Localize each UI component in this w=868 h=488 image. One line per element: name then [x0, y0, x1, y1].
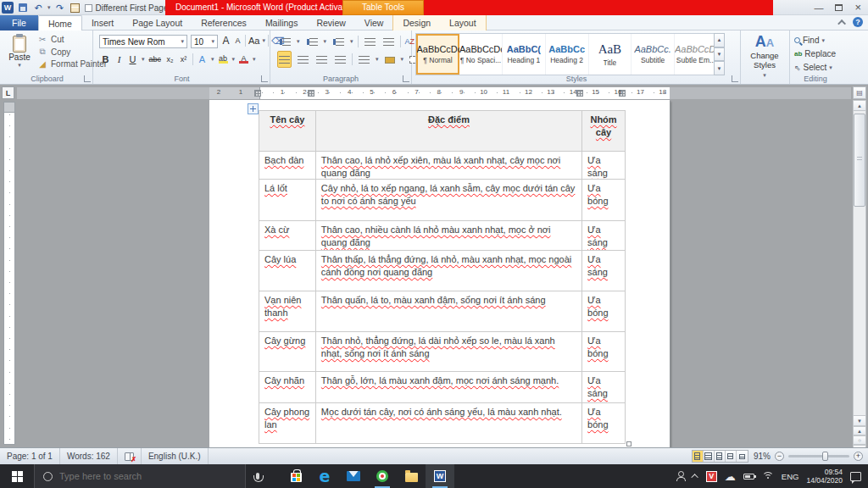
scroll-down-arrow[interactable]: ▼ — [853, 415, 866, 426]
table-cell[interactable]: Ưa sáng — [582, 251, 626, 291]
word-taskbar-button[interactable]: W — [426, 464, 454, 488]
table-header-cell[interactable]: Nhóm cây — [582, 111, 626, 152]
table-header-cell[interactable]: Đặc điểm — [316, 111, 582, 152]
app-taskbar-button[interactable] — [368, 464, 397, 488]
grow-font-button[interactable]: A — [221, 35, 231, 47]
subscript-button[interactable]: x₂ — [165, 55, 175, 64]
proofing-errors-indicator[interactable] — [118, 448, 142, 464]
style-subtle-emphasis[interactable]: AaBbCcDcSubtle Em... — [675, 34, 718, 75]
numbering-button[interactable] — [304, 33, 320, 50]
table-cell[interactable]: Thân thấp, lá thẳng đứng, lá nhỏ, màu xa… — [316, 251, 582, 291]
v-app-tray-icon[interactable]: V — [706, 471, 717, 482]
save-button[interactable] — [17, 2, 29, 14]
table-cell[interactable]: Ưa sáng — [582, 221, 626, 251]
align-center-button[interactable] — [296, 51, 310, 68]
paste-dropdown-arrow[interactable]: ▾ — [18, 62, 21, 69]
font-size-combobox[interactable]: 10▾ — [191, 35, 218, 48]
decrease-indent-button[interactable] — [363, 33, 377, 50]
table-header-cell[interactable]: Tên cây — [259, 111, 316, 152]
wifi-icon[interactable] — [762, 472, 774, 480]
document-page[interactable]: Tên cây Đặc điểm Nhóm cây Bạch đàn Thân … — [209, 100, 670, 447]
onedrive-cloud-icon[interactable]: ☁ — [725, 471, 736, 482]
text-effects-button[interactable]: A — [198, 54, 207, 64]
replace-button[interactable]: abReplace — [794, 49, 836, 58]
battery-icon[interactable] — [743, 474, 754, 480]
table-cell[interactable]: Ưa bóng — [582, 403, 626, 444]
close-button[interactable]: × — [854, 1, 861, 14]
table-move-handle[interactable] — [248, 103, 259, 114]
styles-more-button[interactable]: ▼ — [714, 61, 725, 75]
language-indicator-tray[interactable]: ENG — [782, 472, 799, 481]
zoom-slider-thumb[interactable] — [822, 452, 828, 461]
table-cell[interactable]: Thân gỗ, lớn, lá màu xanh đậm, mọc nơi á… — [316, 372, 582, 403]
increase-indent-button[interactable] — [381, 33, 396, 50]
paste-button[interactable]: Paste ▾ — [5, 34, 34, 73]
table-cell[interactable]: Cây phong lan — [259, 403, 316, 444]
table-cell[interactable]: Cây nhãn — [259, 372, 316, 403]
table-cell[interactable]: Cây nhỏ, lá to xếp ngang, lá xanh sẫm, c… — [316, 180, 582, 221]
styles-dialog-launcher[interactable] — [732, 75, 738, 82]
table-cell[interactable]: Mọc dưới tán cây, nơi có ánh sáng yếu, l… — [316, 403, 582, 444]
redo-button[interactable]: ↷ — [54, 2, 66, 14]
ruler-toggle-button[interactable]: ▤ — [853, 86, 866, 99]
table-cell[interactable]: Bạch đàn — [259, 152, 316, 180]
vertical-ruler[interactable] — [3, 102, 15, 445]
minimize-button[interactable]: — — [814, 3, 823, 13]
store-taskbar-button[interactable] — [281, 464, 310, 488]
multilevel-list-button[interactable] — [331, 33, 346, 50]
document-table[interactable]: Tên cây Đặc điểm Nhóm cây Bạch đàn Thân … — [259, 110, 626, 444]
shrink-font-button[interactable]: A — [233, 36, 242, 45]
table-cell[interactable]: Lá lốt — [259, 180, 316, 221]
table-cell[interactable]: Xà cừ — [259, 221, 316, 251]
table-cell[interactable]: Thân cao, nhiều cành lá nhỏ màu xanh nhạ… — [316, 221, 582, 251]
start-button[interactable] — [0, 464, 34, 488]
tab-page-layout[interactable]: Page Layout — [123, 15, 192, 30]
edge-taskbar-button[interactable]: e — [310, 464, 339, 488]
styles-scroll-up-button[interactable]: ▲ — [714, 33, 725, 47]
font-name-combobox[interactable]: Times New Rom▾ — [99, 35, 187, 48]
different-first-page-checkbox[interactable] — [85, 4, 92, 12]
style-normal[interactable]: AaBbCcDc¶ Normal — [416, 34, 459, 75]
line-spacing-button[interactable] — [357, 51, 371, 68]
microphone-button[interactable] — [246, 464, 270, 488]
taskbar-clock[interactable]: 09:54 14/04/2020 — [806, 468, 843, 485]
language-indicator[interactable]: English (U.K.) — [142, 448, 209, 464]
style-subtitle[interactable]: AaBbCc.Subtitle — [632, 34, 675, 75]
tab-design[interactable]: Design — [393, 15, 440, 30]
zoom-slider-track[interactable] — [788, 455, 849, 458]
tab-layout[interactable]: Layout — [440, 15, 486, 30]
zoom-in-button[interactable]: + — [854, 452, 863, 461]
tab-stop-selector[interactable]: L — [2, 86, 14, 99]
style-title[interactable]: AaBTitle — [589, 34, 632, 75]
tab-references[interactable]: References — [192, 15, 256, 30]
undo-dropdown-arrow[interactable]: ▾ — [47, 4, 51, 11]
scroll-up-arrow[interactable]: ▲ — [853, 100, 866, 111]
change-case-button[interactable]: Aa — [248, 36, 259, 46]
help-icon[interactable]: ? — [853, 17, 863, 27]
style-heading-1[interactable]: AaBbC(Heading 1 — [503, 34, 546, 75]
align-left-button[interactable] — [277, 51, 292, 68]
tab-mailings[interactable]: Mailings — [256, 15, 308, 30]
table-cell[interactable]: Cây lúa — [259, 251, 316, 291]
draw-table-button[interactable] — [70, 2, 81, 14]
select-button[interactable]: ⇖Select▾ — [794, 63, 832, 72]
tab-insert[interactable]: Insert — [82, 15, 123, 30]
shading-button[interactable] — [383, 51, 397, 68]
strikethrough-button[interactable]: abc — [149, 55, 162, 64]
underline-dropdown-arrow[interactable]: ▾ — [142, 56, 145, 63]
table-cell[interactable]: Ưa sáng — [582, 372, 626, 403]
bullets-button[interactable] — [277, 33, 292, 50]
font-dialog-launcher[interactable] — [261, 75, 268, 82]
align-right-button[interactable] — [314, 51, 329, 68]
table-cell[interactable]: Vạn niên thanh — [259, 291, 316, 332]
underline-button[interactable]: U — [128, 54, 137, 64]
tab-file[interactable]: File — [0, 15, 38, 30]
previous-page-button[interactable]: ▲ — [853, 426, 866, 435]
styles-scroll-down-button[interactable]: ▼ — [714, 47, 725, 62]
table-cell[interactable]: Thân cao, lá nhỏ xếp xiên, màu lá xanh n… — [316, 152, 582, 180]
select-browse-object-button[interactable]: ○ — [853, 435, 866, 445]
table-cell[interactable]: Cây gừng — [259, 332, 316, 372]
find-button[interactable]: Find▾ — [794, 36, 825, 45]
undo-button[interactable]: ↶ — [32, 2, 44, 14]
table-cell[interactable]: Ưa bóng — [582, 180, 626, 221]
